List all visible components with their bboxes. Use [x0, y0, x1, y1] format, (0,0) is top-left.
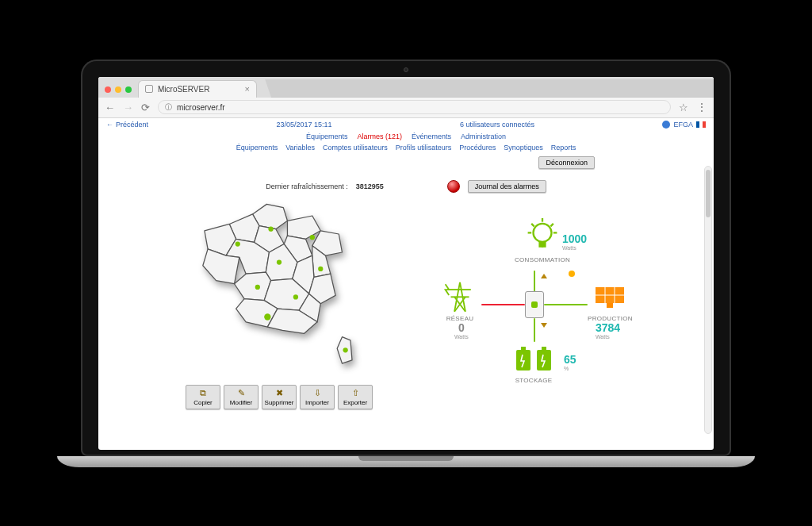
screen-bezel: MicroSERVER × ← → ⟳ ⓘ microserver.fr ☆ ⋮ [81, 60, 731, 456]
tool-edit-label: Modifier [230, 399, 252, 406]
svg-point-9 [534, 223, 552, 241]
nav-reload-icon[interactable]: ⟳ [141, 102, 150, 113]
france-map[interactable] [188, 198, 370, 380]
url-text: microserver.fr [177, 103, 225, 112]
storage-value: 65 [564, 353, 576, 366]
subnav-variables[interactable]: Variables [285, 144, 315, 152]
consumption-title: CONSOMMATION [515, 256, 570, 263]
window-close-icon[interactable] [105, 86, 111, 93]
wire-storage [534, 318, 535, 342]
main-nav: Équipements Alarmes (121) Événements Adm… [98, 132, 714, 140]
svg-rect-27 [537, 350, 551, 371]
logout-button[interactable]: Déconnexion [538, 156, 595, 169]
tool-delete-label: Supprimer [265, 399, 294, 406]
app-top-row: Précédent 23/05/2017 15:11 6 utilisateur… [98, 118, 714, 131]
browser-tab-strip: MicroSERVER × [98, 77, 714, 98]
subnav-comptes[interactable]: Comptes utilisateurs [323, 144, 388, 152]
svg-point-6 [293, 294, 298, 299]
subnav-procedures[interactable]: Procédures [459, 144, 496, 152]
node-production: PRODUCTION [588, 277, 633, 322]
browser-address-bar: ← → ⟳ ⓘ microserver.fr ☆ ⋮ [98, 98, 714, 118]
user-area[interactable]: EFGA [662, 121, 706, 129]
node-network: RÉSEAU [442, 277, 478, 322]
consumption-unit: Watts [562, 245, 587, 251]
subnav-equipements[interactable]: Équipements [236, 144, 278, 152]
window-maximize-icon[interactable] [125, 86, 132, 93]
pencil-icon: ✎ [238, 388, 245, 398]
tool-export-label: Exporter [343, 399, 367, 406]
nav-alarmes[interactable]: Alarmes (121) [357, 132, 402, 140]
nav-equipements[interactable]: Équipements [306, 132, 348, 140]
tab-close-icon[interactable]: × [245, 84, 250, 94]
flag-fr-icon [696, 121, 706, 128]
camera-dot [404, 67, 408, 72]
svg-rect-29 [542, 347, 546, 350]
tool-delete[interactable]: ✖Supprimer [262, 385, 297, 409]
alarm-indicator-icon[interactable] [447, 180, 460, 193]
storage-unit: % [564, 366, 576, 371]
vertical-scrollbar[interactable] [704, 166, 712, 434]
energy-diagram: CONSOMMATION 1000 Watts [418, 198, 648, 404]
last-refresh-value: 3812955 [356, 182, 384, 190]
wire-production [544, 304, 588, 305]
svg-line-15 [550, 223, 553, 225]
consumption-value: 1000 [562, 232, 587, 245]
username: EFGA [673, 121, 693, 129]
production-unit: Watts [596, 334, 620, 340]
svg-rect-26 [516, 350, 530, 371]
solar-panel-icon [591, 277, 629, 313]
svg-rect-16 [538, 241, 546, 247]
svg-point-4 [318, 266, 323, 271]
consumption-value-block: 1000 Watts [562, 232, 587, 251]
nav-back-icon[interactable]: ← [105, 102, 115, 113]
laptop-mockup: MicroSERVER × ← → ⟳ ⓘ microserver.fr ☆ ⋮ [81, 60, 731, 467]
svg-point-8 [343, 347, 348, 352]
tool-copy-label: Copier [193, 399, 213, 406]
tab-favicon-icon [145, 85, 153, 93]
alarm-journal-button[interactable]: Journal des alarmes [468, 180, 546, 193]
bookmark-star-icon[interactable]: ☆ [679, 102, 688, 113]
users-connected: 6 utilisateurs connectés [460, 121, 534, 129]
arrow-down-icon [541, 323, 547, 328]
sun-icon [569, 271, 575, 277]
svg-rect-25 [607, 303, 613, 308]
url-box[interactable]: ⓘ microserver.fr [158, 100, 671, 114]
screen: MicroSERVER × ← → ⟳ ⓘ microserver.fr ☆ ⋮ [98, 77, 714, 450]
window-traffic-lights[interactable] [105, 86, 132, 93]
browser-tab[interactable]: MicroSERVER × [138, 80, 257, 98]
wire-network [481, 304, 525, 305]
browser-menu-icon[interactable]: ⋮ [696, 101, 707, 113]
panels: ⧉Copier ✎Modifier ✖Supprimer ⇩Importer ⇧… [98, 198, 714, 409]
lightbulb-icon [524, 218, 561, 255]
nav-evenements[interactable]: Événements [412, 132, 451, 140]
wire-consumption [534, 271, 535, 293]
map-toolbar: ⧉Copier ✎Modifier ✖Supprimer ⇩Importer ⇧… [186, 385, 373, 409]
svg-point-3 [277, 259, 282, 264]
storage-title: STOCKAGE [515, 377, 553, 384]
battery-icon [511, 344, 556, 375]
network-value-block: 0 Watts [454, 321, 469, 340]
subnav-profils[interactable]: Profils utilisateurs [396, 144, 452, 152]
info-icon: ⓘ [165, 102, 172, 113]
subnav-synoptiques[interactable]: Synoptiques [504, 144, 543, 152]
tool-edit[interactable]: ✎Modifier [224, 385, 259, 409]
status-row: Dernier rafraîchissement : 3812955 Journ… [98, 180, 714, 193]
window-minimize-icon[interactable] [115, 86, 121, 93]
tool-import[interactable]: ⇩Importer [300, 385, 335, 409]
last-refresh-label: Dernier rafraîchissement : [266, 182, 348, 190]
nav-forward-icon[interactable]: → [123, 102, 133, 113]
scrollbar-thumb[interactable] [706, 170, 710, 217]
svg-point-5 [255, 284, 260, 289]
production-value-block: 3784 Watts [596, 321, 620, 340]
back-link-label: Précédent [116, 121, 148, 129]
copy-icon: ⧉ [200, 388, 206, 398]
nav-administration[interactable]: Administration [461, 132, 506, 140]
subnav-reports[interactable]: Reports [551, 144, 576, 152]
tool-copy[interactable]: ⧉Copier [186, 385, 220, 409]
svg-point-1 [310, 235, 315, 240]
logout-row: Déconnexion [98, 152, 714, 169]
back-link[interactable]: Précédent [106, 121, 148, 129]
laptop-base [57, 456, 755, 467]
arrow-up-icon [541, 274, 547, 278]
tool-export[interactable]: ⇧Exporter [338, 385, 373, 409]
